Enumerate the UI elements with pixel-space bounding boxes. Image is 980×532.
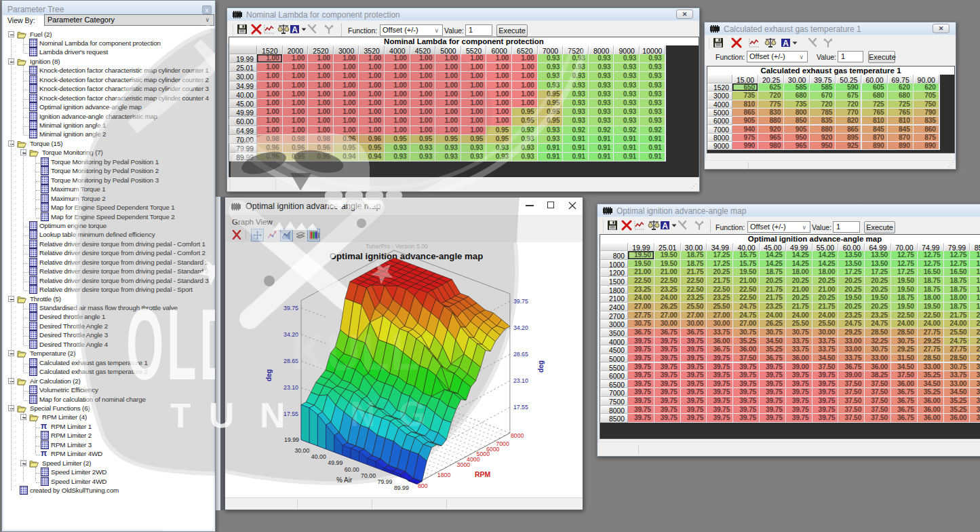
svg-text:N: N (260, 396, 286, 435)
svg-text:79.99: 79.99 (377, 478, 392, 485)
svg-text:23.10: 23.10 (283, 384, 298, 391)
svg-text:17.55: 17.55 (283, 411, 298, 417)
svg-text:deg: deg (537, 360, 545, 373)
svg-text:39.75: 39.75 (283, 305, 298, 311)
svg-text:40.00: 40.00 (311, 453, 326, 460)
svg-text:19.99: 19.99 (284, 436, 299, 443)
svg-text:34.20: 34.20 (513, 324, 528, 331)
svg-text:deg: deg (265, 369, 273, 381)
svg-text:8000: 8000 (511, 432, 524, 439)
svg-text:800: 800 (418, 482, 428, 489)
svg-text:70.00: 70.00 (361, 472, 376, 479)
svg-text:% Air: % Air (336, 476, 353, 484)
svg-text:A: A (662, 221, 668, 231)
svg-text:Optimal ignition advance-angle: Optimal ignition advance-angle map (330, 251, 483, 261)
svg-text:89.99: 89.99 (394, 484, 409, 491)
svg-text:17.55: 17.55 (513, 404, 528, 411)
svg-text:TunerPro - Version 5.00: TunerPro - Version 5.00 (366, 243, 428, 250)
svg-text:39.75: 39.75 (513, 298, 528, 305)
svg-text:1800: 1800 (437, 472, 451, 478)
svg-text:KULL: KULL (292, 324, 420, 381)
svg-text:28.65: 28.65 (513, 351, 528, 358)
svg-text:7000: 7000 (496, 440, 509, 447)
svg-text:RPM: RPM (475, 470, 491, 478)
svg-text:23.10: 23.10 (513, 377, 528, 384)
svg-text:A: A (783, 39, 789, 48)
svg-text:60.00: 60.00 (345, 466, 359, 473)
svg-text:49.99: 49.99 (328, 459, 342, 466)
svg-text:N: N (350, 394, 376, 434)
svg-text:A: A (292, 25, 298, 35)
svg-text:G: G (399, 394, 426, 434)
svg-text:30.00: 30.00 (294, 447, 309, 454)
